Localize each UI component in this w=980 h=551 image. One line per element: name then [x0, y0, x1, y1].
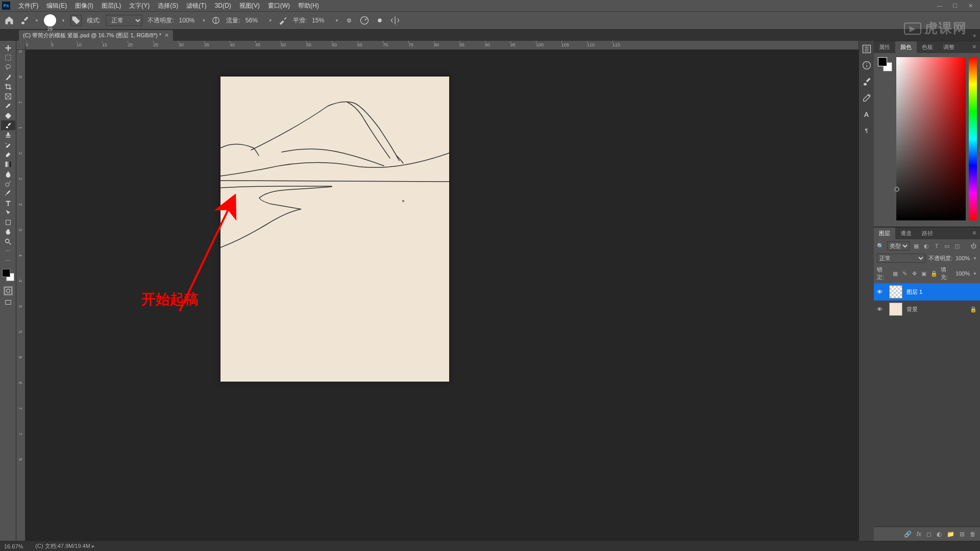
filter-pixel-icon[interactable]: ▦ — [913, 242, 920, 249]
document-canvas[interactable] — [220, 77, 449, 382]
info-panel-icon[interactable] — [862, 60, 872, 70]
panel-menu-icon[interactable]: ≡ — [969, 41, 980, 53]
chevron-down-icon[interactable]: ▼ — [202, 18, 206, 23]
ruler-vertical[interactable]: 00112233445566778 — [16, 50, 26, 541]
color-indicator[interactable] — [894, 187, 899, 192]
close-tab-icon[interactable]: ✕ — [164, 32, 169, 39]
chevron-down-icon[interactable]: ▼ — [973, 256, 977, 261]
tab-properties[interactable]: 属性 — [874, 41, 895, 53]
layer-thumbnail[interactable] — [889, 303, 902, 316]
tab-adjustments[interactable]: 调整 — [938, 41, 960, 53]
hand-tool[interactable] — [1, 227, 15, 237]
tab-layers[interactable]: 图层 — [874, 228, 895, 239]
blur-tool[interactable] — [1, 169, 15, 179]
new-layer-icon[interactable]: ⊞ — [960, 531, 965, 538]
tab-color[interactable]: 颜色 — [895, 41, 917, 53]
maximize-button[interactable]: ☐ — [947, 1, 963, 10]
lock-all-icon[interactable]: 🔒 — [930, 270, 938, 277]
filter-shape-icon[interactable]: ▭ — [943, 242, 950, 249]
layer-name[interactable]: 背景 — [906, 306, 966, 313]
layer-name[interactable]: 图层 1 — [906, 288, 977, 296]
angle-icon[interactable] — [359, 15, 370, 26]
lasso-tool[interactable] — [1, 62, 15, 72]
opacity-value[interactable]: 100% — [179, 17, 197, 24]
color-field[interactable] — [896, 57, 966, 220]
screen-mode[interactable] — [1, 297, 15, 307]
collapse-panels-icon[interactable]: « — [973, 33, 976, 38]
shape-tool[interactable] — [1, 217, 15, 227]
document-info[interactable]: (C) 文档:47.9M/19.4M — [35, 542, 95, 550]
layer-item[interactable]: 👁 背景 🔒 — [874, 300, 980, 318]
adjustment-layer-icon[interactable]: ◐ — [937, 531, 942, 538]
history-brush-tool[interactable] — [1, 140, 15, 149]
pressure-size-icon[interactable] — [375, 15, 385, 26]
tab-paths[interactable]: 路径 — [917, 228, 938, 239]
fill-value[interactable]: 100% — [955, 270, 970, 277]
layer-style-icon[interactable]: fx — [917, 531, 921, 538]
chevron-down-icon[interactable]: ▼ — [973, 271, 977, 276]
link-layers-icon[interactable]: 🔗 — [904, 531, 912, 538]
fg-color-chip[interactable] — [878, 57, 887, 66]
marquee-tool[interactable] — [1, 53, 15, 62]
group-icon[interactable]: 📁 — [947, 531, 954, 538]
eyedropper-tool[interactable] — [1, 101, 15, 111]
ruler-origin[interactable] — [16, 41, 26, 50]
color-panel-swatches[interactable] — [878, 57, 892, 71]
smooth-value[interactable]: 15% — [312, 17, 330, 24]
menu-help[interactable]: 帮助(H) — [294, 2, 323, 10]
heal-tool[interactable] — [1, 111, 15, 120]
brush-toggle-icon[interactable] — [70, 15, 82, 26]
symmetry-icon[interactable] — [390, 15, 400, 26]
color-swatches[interactable] — [2, 269, 14, 281]
lock-artboard-icon[interactable]: ▣ — [921, 270, 927, 277]
filter-toggle-icon[interactable]: ⏻ — [970, 242, 977, 249]
chevron-down-icon[interactable]: ▼ — [61, 18, 65, 23]
delete-layer-icon[interactable]: 🗑 — [970, 531, 976, 538]
tab-swatches[interactable]: 色板 — [917, 41, 938, 53]
brush-tool[interactable] — [1, 120, 15, 130]
menu-layer[interactable]: 图层(L) — [97, 2, 126, 10]
layer-filter-select[interactable]: 类型 — [887, 241, 910, 251]
home-icon[interactable] — [4, 15, 14, 26]
character-panel-icon[interactable]: A — [862, 109, 872, 119]
stamp-tool[interactable] — [1, 130, 15, 140]
chevron-down-icon[interactable]: ▼ — [35, 18, 39, 23]
move-tool[interactable] — [1, 43, 15, 53]
filter-smart-icon[interactable]: ◫ — [953, 242, 961, 249]
brush-preset-picker[interactable]: 29 — [44, 14, 56, 27]
layer-item[interactable]: 👁 图层 1 — [874, 283, 980, 300]
foreground-color-swatch[interactable] — [2, 269, 10, 277]
layer-opacity-value[interactable]: 100% — [955, 255, 970, 261]
menu-window[interactable]: 窗口(W) — [264, 2, 294, 10]
filter-type-icon[interactable]: T — [933, 242, 940, 249]
edit-toolbar[interactable]: ⋯ — [1, 256, 15, 266]
lock-icon[interactable]: 🔒 — [970, 306, 977, 313]
visibility-toggle-icon[interactable]: 👁 — [877, 306, 885, 312]
gradient-tool[interactable] — [1, 159, 15, 169]
menu-file[interactable]: 文件(F) — [14, 2, 42, 10]
pen-tool[interactable] — [1, 188, 15, 198]
history-panel-icon[interactable] — [862, 44, 872, 54]
layer-thumbnail[interactable] — [889, 285, 902, 298]
hue-slider[interactable] — [969, 57, 977, 220]
zoom-tool[interactable] — [1, 237, 15, 246]
menu-image[interactable]: 图像(I) — [71, 2, 97, 10]
eraser-tool[interactable] — [1, 149, 15, 159]
close-button[interactable]: ✕ — [963, 1, 978, 10]
minimize-button[interactable]: — — [932, 1, 947, 10]
wand-tool[interactable] — [1, 72, 15, 82]
menu-view[interactable]: 视图(V) — [235, 2, 264, 10]
blend-mode-select[interactable]: 正常 — [106, 15, 142, 26]
quick-mask-toggle[interactable] — [4, 286, 13, 295]
more-tools[interactable]: ⋯ — [1, 246, 15, 256]
ruler-horizontal[interactable]: 0510152025303540455055606570758085909510… — [26, 41, 859, 50]
layer-mask-icon[interactable]: ◻ — [926, 531, 932, 538]
document-tab[interactable]: (C) 带简介的模板 竖版.psd @ 16.7% (图层 1, RGB/8*)… — [19, 30, 173, 41]
paragraph-panel-icon[interactable]: ¶ — [862, 126, 872, 136]
menu-select[interactable]: 选择(S) — [154, 2, 182, 10]
brush-panel-icon[interactable] — [862, 77, 872, 87]
airbrush-icon[interactable] — [278, 15, 288, 26]
chevron-down-icon[interactable]: ▼ — [335, 18, 339, 23]
brush-settings-panel-icon[interactable] — [862, 93, 872, 103]
path-select-tool[interactable] — [1, 208, 15, 217]
